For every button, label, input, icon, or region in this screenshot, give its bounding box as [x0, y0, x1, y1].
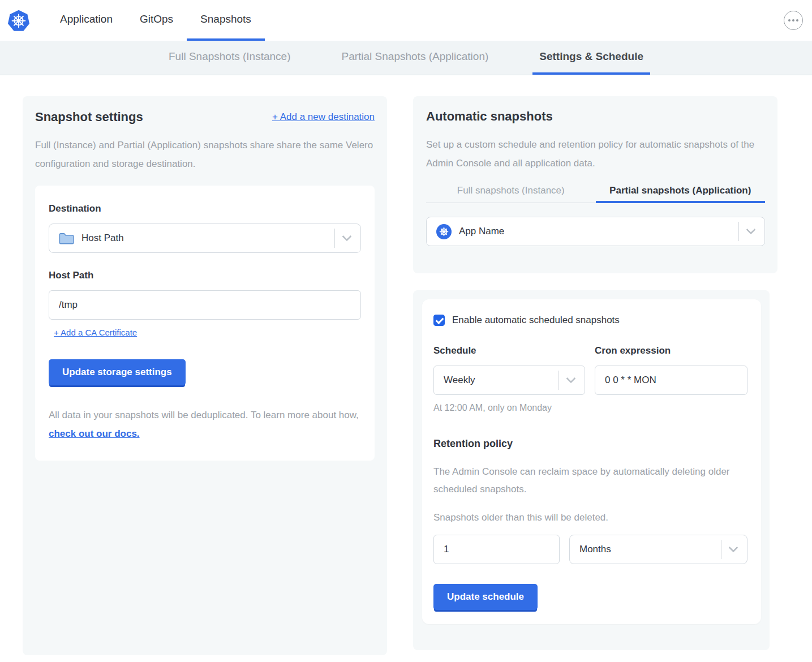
tab-settings-schedule[interactable]: Settings & Schedule — [532, 41, 650, 75]
destination-select-value: Host Path — [81, 233, 124, 244]
snapshot-settings-description: Full (Instance) and Partial (Application… — [35, 136, 375, 173]
host-path-label: Host Path — [49, 270, 361, 281]
chevron-down-icon — [566, 374, 576, 384]
chevron-down-icon — [746, 225, 756, 235]
top-nav: Application GitOps Snapshots — [46, 0, 265, 41]
cron-expression-label: Cron expression — [595, 345, 747, 356]
retention-unit-value: Months — [579, 544, 611, 555]
nav-gitops[interactable]: GitOps — [126, 0, 187, 41]
more-menu-button[interactable] — [784, 11, 803, 30]
snapshot-settings-title: Snapshot settings — [35, 110, 143, 124]
schedule-outer-card: Enable automatic scheduled snapshots Sch… — [413, 290, 770, 650]
snapshot-settings-card: Snapshot settings + Add a new destinatio… — [23, 96, 387, 655]
retention-policy-title: Retention policy — [433, 438, 748, 450]
chevron-down-icon — [729, 543, 738, 553]
docs-link[interactable]: check out our docs. — [49, 428, 140, 439]
folder-icon — [59, 232, 74, 244]
retention-policy-description: The Admin Console can reclaim space by a… — [433, 463, 748, 498]
tab-partial-snapshots[interactable]: Partial Snapshots (Application) — [334, 41, 495, 75]
retention-count-input[interactable] — [433, 535, 560, 564]
chevron-down-icon — [342, 232, 352, 242]
ellipsis-icon — [788, 19, 790, 22]
main-content: Snapshot settings + Add a new destinatio… — [0, 75, 812, 655]
automatic-snapshots-card: Automatic snapshots Set up a custom sche… — [413, 96, 777, 273]
cron-expression-input[interactable] — [595, 366, 747, 395]
schedule-interval-value: Weekly — [444, 375, 475, 386]
select-divider — [738, 222, 739, 241]
tab-partial-snapshots-application[interactable]: Partial snapshots (Application) — [596, 185, 766, 203]
host-path-input[interactable] — [49, 290, 361, 320]
nav-application[interactable]: Application — [46, 0, 126, 41]
nav-snapshots[interactable]: Snapshots — [187, 0, 265, 41]
automatic-snapshots-description: Set up a custom schedule and retention p… — [426, 135, 765, 173]
automatic-snapshots-title: Automatic snapshots — [426, 109, 765, 124]
select-divider — [558, 371, 559, 390]
dedupe-note: All data in your snapshots will be dedup… — [49, 406, 361, 443]
kubernetes-app-icon — [436, 224, 452, 239]
app-select[interactable]: App Name — [426, 217, 765, 246]
cron-readable-text: At 12:00 AM, only on Monday — [433, 403, 748, 413]
retention-unit-select[interactable]: Months — [569, 535, 747, 564]
tab-full-snapshots[interactable]: Full Snapshots (Instance) — [162, 41, 297, 75]
tab-full-snapshots-instance[interactable]: Full snapshots (Instance) — [426, 185, 596, 203]
top-header: Application GitOps Snapshots — [0, 0, 812, 41]
snapshots-subnav: Full Snapshots (Instance) Partial Snapsh… — [0, 41, 812, 75]
update-schedule-button[interactable]: Update schedule — [433, 584, 538, 610]
enable-snapshots-checkbox[interactable] — [433, 315, 445, 326]
app-select-value: App Name — [459, 226, 504, 237]
update-storage-settings-button[interactable]: Update storage settings — [49, 359, 186, 385]
destination-label: Destination — [49, 203, 361, 214]
right-column: Automatic snapshots Set up a custom sche… — [413, 96, 777, 655]
snapshot-type-tabs: Full snapshots (Instance) Partial snapsh… — [426, 185, 765, 203]
select-divider — [721, 540, 721, 559]
kubernetes-logo — [8, 10, 29, 31]
select-divider — [334, 229, 335, 248]
add-ca-certificate-link[interactable]: + Add a CA Certificate — [54, 328, 137, 337]
destination-select[interactable]: Host Path — [49, 223, 361, 253]
retention-hint: Snapshots older than this will be delete… — [433, 512, 748, 523]
enable-snapshots-label[interactable]: Enable automatic scheduled snapshots — [452, 315, 620, 326]
storage-settings-panel: Destination Host Path Host Path + Add a … — [35, 186, 375, 460]
schedule-panel: Enable automatic scheduled snapshots Sch… — [422, 299, 761, 624]
schedule-label: Schedule — [433, 345, 585, 356]
add-new-destination-link[interactable]: + Add a new destination — [272, 111, 375, 123]
schedule-interval-select[interactable]: Weekly — [433, 366, 585, 395]
